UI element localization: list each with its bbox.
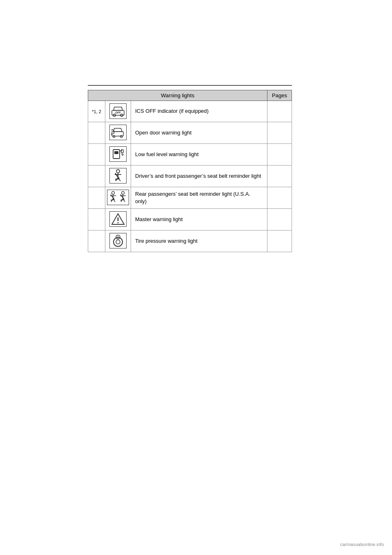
svg-point-22	[112, 192, 115, 195]
row-description: Driver’s and front passenger’s seat belt…	[131, 166, 267, 187]
row-icon-cell	[105, 209, 131, 231]
row-pages	[267, 166, 292, 187]
svg-point-38	[118, 222, 119, 224]
warning-lights-table-wrapper: Warning lights Pages *1, 2 OFF ICS OFF i…	[88, 90, 292, 252]
table-row: *1, 2 OFF ICS OFF indicator (if equipped…	[88, 101, 292, 122]
table-row: Master warning light	[88, 209, 292, 231]
open-door-icon	[109, 125, 127, 140]
tire-pressure-icon	[109, 233, 127, 248]
row-pages	[267, 209, 292, 231]
row-icon-cell	[105, 187, 131, 209]
page: Warning lights Pages *1, 2 OFF ICS OFF i…	[0, 0, 392, 555]
svg-line-27	[111, 195, 114, 199]
row-icon-cell	[105, 231, 131, 252]
row-icon-cell	[105, 122, 131, 144]
svg-rect-13	[121, 150, 123, 153]
watermark: carmanualsonline.info	[340, 542, 384, 547]
row-pages	[267, 101, 292, 122]
svg-line-34	[120, 195, 124, 199]
svg-line-21	[115, 179, 119, 179]
ics-off-icon: OFF	[109, 103, 127, 119]
svg-point-15	[116, 170, 120, 173]
table-row: Low fuel level warning light	[88, 144, 292, 166]
row-icon-cell	[105, 166, 131, 187]
svg-line-20	[115, 173, 119, 179]
table-row: Tire pressure warning light	[88, 231, 292, 252]
table-header-row: Warning lights Pages	[88, 90, 292, 101]
svg-point-8	[120, 136, 122, 138]
header-warning-lights: Warning lights	[88, 90, 267, 101]
table-row: Open door warning light	[88, 122, 292, 144]
seatbelt-rear-icon	[107, 190, 129, 205]
header-pages: Pages	[267, 90, 292, 101]
row-pages	[267, 187, 292, 209]
svg-point-40	[116, 240, 120, 244]
row-note	[88, 144, 105, 166]
row-note	[88, 166, 105, 187]
row-pages	[267, 144, 292, 166]
svg-marker-6	[114, 128, 122, 132]
low-fuel-icon	[109, 146, 127, 162]
master-warning-icon	[109, 211, 127, 227]
row-description: Rear passengers’ seat belt reminder ligh…	[131, 187, 267, 209]
svg-point-29	[122, 192, 125, 195]
row-description: ICS OFF indicator (if equipped)	[131, 101, 267, 122]
row-note	[88, 209, 105, 231]
row-description: Low fuel level warning light	[131, 144, 267, 166]
top-divider	[88, 85, 292, 86]
svg-marker-1	[114, 107, 122, 110]
svg-point-7	[113, 136, 115, 138]
row-icon-cell	[105, 144, 131, 166]
table-row: Rear passengers’ seat belt reminder ligh…	[88, 187, 292, 209]
row-description: Master warning light	[131, 209, 267, 231]
svg-point-43	[118, 238, 118, 239]
table-row: Driver’s and front passenger’s seat belt…	[88, 166, 292, 187]
row-icon-cell: OFF	[105, 101, 131, 122]
row-note	[88, 231, 105, 252]
row-description: Tire pressure warning light	[131, 231, 267, 252]
seatbelt-front-icon	[109, 168, 127, 184]
row-note	[88, 122, 105, 144]
warning-lights-table: Warning lights Pages *1, 2 OFF ICS OFF i…	[88, 90, 292, 252]
svg-rect-11	[114, 151, 118, 154]
row-note: *1, 2	[88, 101, 105, 122]
svg-text:OFF: OFF	[115, 111, 121, 114]
row-pages	[267, 231, 292, 252]
row-description: Open door warning light	[131, 122, 267, 144]
row-note	[88, 187, 105, 209]
row-pages	[267, 122, 292, 144]
